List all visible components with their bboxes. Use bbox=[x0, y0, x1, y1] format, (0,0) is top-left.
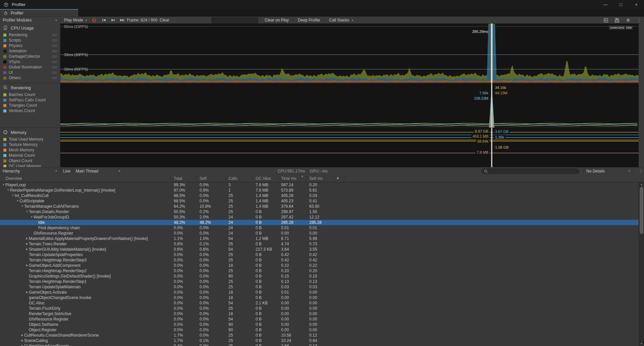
drag-handle-icon[interactable] bbox=[52, 77, 57, 79]
legend-item[interactable]: Others bbox=[0, 75, 60, 81]
tree-expand-icon[interactable]: ▶ bbox=[20, 333, 24, 338]
tree-expand-icon[interactable]: ▶ bbox=[25, 263, 29, 268]
table-row[interactable]: Terrain.Heightmap.RenderStep20.0%0.0%250… bbox=[0, 268, 639, 274]
table-row[interactable]: ▼RenderPipelineManager.DoRenderLoop_Inte… bbox=[0, 188, 639, 193]
table-row[interactable]: Object.SetName0.0%0.0%900 B0.000.00 bbox=[0, 322, 639, 327]
legend-item[interactable]: GC Used Memory bbox=[0, 163, 60, 167]
view-mode-dropdown[interactable]: Hierarchy ▼ bbox=[0, 167, 60, 175]
rendering-chart[interactable]: 34.16k7.56k94.19M108.33M bbox=[60, 83, 639, 128]
table-row[interactable]: ▼Terrain.Details.Render50.5%0.2%250 B298… bbox=[0, 209, 639, 214]
column-time-ms[interactable]: Time ms bbox=[281, 176, 297, 181]
table-row[interactable]: ▶Terrain.Trees.Render0.8%0.1%250 B4.740.… bbox=[0, 241, 639, 247]
legend-item[interactable]: Texture Memory bbox=[0, 142, 60, 147]
table-row[interactable]: GC.Alloc0.0%0.0%542.1 KB0.000.00 bbox=[0, 300, 639, 306]
legend-item[interactable]: Physics bbox=[0, 43, 60, 48]
table-row[interactable]: GfxResource.Register0.0%0.0%540 B0.000.0… bbox=[0, 316, 639, 322]
clear-button[interactable]: Clear bbox=[158, 17, 171, 23]
tree-expand-icon[interactable]: ▼ bbox=[20, 204, 24, 209]
table-row[interactable]: ▼CullScriptable68.5%0.0%251.4 MB405.230.… bbox=[0, 198, 639, 204]
tree-expand-icon[interactable]: ▼ bbox=[30, 214, 34, 220]
drag-handle-icon[interactable] bbox=[52, 34, 57, 36]
table-row[interactable]: GfxResource.Register0.0%0.0%240 B0.000.0… bbox=[0, 231, 639, 236]
table-row[interactable]: ▶CullingGroupSendEvents0.4%0.0%250 B2.68… bbox=[0, 343, 639, 346]
column-self-ms[interactable]: Self ms bbox=[309, 176, 323, 181]
table-scrollbar[interactable]: ▲ ▼ bbox=[639, 182, 644, 346]
search-input[interactable] bbox=[489, 169, 577, 173]
search-field[interactable] bbox=[481, 168, 579, 174]
legend-item[interactable]: GarbageCollector bbox=[0, 54, 60, 59]
column-total[interactable]: Total bbox=[174, 176, 182, 181]
table-row[interactable]: ▶CullResults.CreateSharedRendererScene1.… bbox=[0, 333, 639, 338]
table-row[interactable]: ▶ShaderGUIUtility.ValidateMaterial() [In… bbox=[0, 247, 639, 252]
legend-item[interactable]: Vertices Count bbox=[0, 108, 60, 113]
column-self[interactable]: Self bbox=[200, 176, 207, 181]
play-mode-dropdown[interactable]: Play Mode ▼ bbox=[61, 17, 91, 23]
legend-item[interactable]: Animation bbox=[0, 48, 60, 54]
call-stacks-dropdown[interactable]: Call Stacks▼ bbox=[324, 17, 358, 23]
tree-expand-icon[interactable]: ▶ bbox=[25, 290, 29, 295]
table-row[interactable]: ▶GameObject.AddComponent0.0%0.0%180 B0.2… bbox=[0, 263, 639, 268]
close-button[interactable]: × bbox=[629, 0, 644, 9]
drag-handle-icon[interactable] bbox=[52, 72, 57, 73]
scroll-down-icon[interactable]: ▼ bbox=[639, 342, 644, 345]
record-button[interactable] bbox=[89, 17, 99, 23]
drag-handle-icon[interactable] bbox=[52, 40, 57, 41]
table-row[interactable]: ▼WaitForJobGroupID50.3%2.0%240 B297.4212… bbox=[0, 214, 639, 220]
column-gc-alloc[interactable]: GC Alloc bbox=[256, 176, 271, 181]
legend-item[interactable]: Object Count bbox=[0, 158, 60, 163]
tab-profiler[interactable]: Profiler bbox=[0, 9, 78, 16]
table-row[interactable]: Terrain.FlushDirty0.0%0.0%250 B0.000.00 bbox=[0, 306, 639, 311]
drag-handle-icon[interactable] bbox=[52, 45, 57, 47]
table-row[interactable]: RenderTarget.SetActive0.0%0.0%180 B0.000… bbox=[0, 311, 639, 316]
table-row[interactable]: Object.Register0.0%0.0%900 B0.000.00 bbox=[0, 327, 639, 333]
profiler-modules-dropdown[interactable]: Profiler Modules ▼ bbox=[0, 17, 60, 23]
details-dropdown[interactable]: No Details ▼ bbox=[583, 167, 634, 175]
scroll-up-icon[interactable]: ▲ bbox=[639, 183, 644, 186]
tree-expand-icon[interactable]: ▶ bbox=[25, 247, 29, 252]
table-row[interactable]: gameObjectChangedScene.Invoke0.0%0.0%180… bbox=[0, 295, 639, 300]
column-calls[interactable]: Calls bbox=[228, 176, 237, 181]
legend-item[interactable]: VSync bbox=[0, 59, 60, 64]
table-row[interactable]: Terrain.UpdateSplatProperties0.0%0.0%250… bbox=[0, 252, 639, 257]
clear-on-play-toggle[interactable]: Clear on Play bbox=[260, 17, 293, 23]
tree-expand-icon[interactable]: ▼ bbox=[16, 198, 19, 204]
tree-expand-icon[interactable]: ▼ bbox=[6, 188, 10, 193]
drag-handle-icon[interactable] bbox=[52, 66, 57, 68]
table-row[interactable]: Terrain.Heightmap.RenderStep10.0%0.0%250… bbox=[0, 279, 639, 284]
table-row[interactable]: ▶GameObject.Activate0.0%0.0%180 B0.010.0… bbox=[0, 290, 639, 295]
legend-item[interactable]: Material Count bbox=[0, 153, 60, 158]
tree-expand-icon[interactable]: ▼ bbox=[2, 182, 5, 188]
table-row[interactable]: ▶SceneCulling1.7%0.1%250 B10.240.64 bbox=[0, 338, 639, 343]
table-row[interactable]: Find dependency chain0.0%0.0%240 B0.010.… bbox=[0, 225, 639, 231]
drag-handle-icon[interactable] bbox=[52, 50, 57, 52]
minimize-button[interactable]: — bbox=[598, 0, 613, 9]
kebab-menu-icon[interactable]: ⋮ bbox=[638, 167, 644, 175]
drag-handle-icon[interactable] bbox=[52, 61, 57, 63]
legend-item[interactable]: Total Used Memory bbox=[0, 137, 60, 142]
previous-frame-button[interactable] bbox=[100, 17, 108, 23]
legend-item[interactable]: UI bbox=[0, 70, 60, 75]
help-icon[interactable]: ? bbox=[625, 17, 631, 23]
table-row[interactable]: Terrain.UpdateSplatMaterials0.0%0.0%250 … bbox=[0, 284, 639, 290]
table-scrollbar-thumb[interactable] bbox=[640, 187, 643, 234]
table-row[interactable]: Idle48.2%48.2%240 B285.28285.28 bbox=[0, 220, 639, 225]
table-row[interactable]: GraphicsSettings.GetDefaultShader() [Inv… bbox=[0, 274, 639, 279]
load-profile-icon[interactable] bbox=[603, 17, 609, 23]
column-overview[interactable]: Overview bbox=[5, 176, 22, 181]
header-marker-icon[interactable]: ▲ bbox=[336, 176, 339, 180]
tree-expand-icon[interactable]: ▶ bbox=[20, 338, 24, 343]
legend-item[interactable]: Triangles Count bbox=[0, 103, 60, 108]
drag-handle-icon[interactable] bbox=[52, 56, 57, 57]
tree-expand-icon[interactable]: ▼ bbox=[11, 193, 15, 198]
table-row[interactable]: ▶MaterialEditor.ApplyMaterialPropertyDra… bbox=[0, 236, 639, 241]
tree-expand-icon[interactable]: ▼ bbox=[25, 209, 29, 214]
table-row[interactable]: Terrain.Heightmap.RenderStep30.0%0.0%250… bbox=[0, 257, 639, 263]
table-row[interactable]: ▼PlayerLoop99.3%0.0%37.8 MB587.140.20 bbox=[0, 182, 639, 188]
deep-profile-toggle[interactable]: Deep Profile bbox=[293, 17, 324, 23]
legend-item[interactable]: Batches Count bbox=[0, 92, 60, 97]
legend-item[interactable]: Scripts bbox=[0, 38, 60, 43]
tree-expand-icon[interactable]: ▶ bbox=[25, 241, 29, 247]
legend-item[interactable]: SetPass Calls Count bbox=[0, 97, 60, 103]
legend-item[interactable]: Rendering bbox=[0, 32, 60, 38]
table-row[interactable]: ▼TerrainManager.CullAllTerrains64.2%10.8… bbox=[0, 204, 639, 209]
